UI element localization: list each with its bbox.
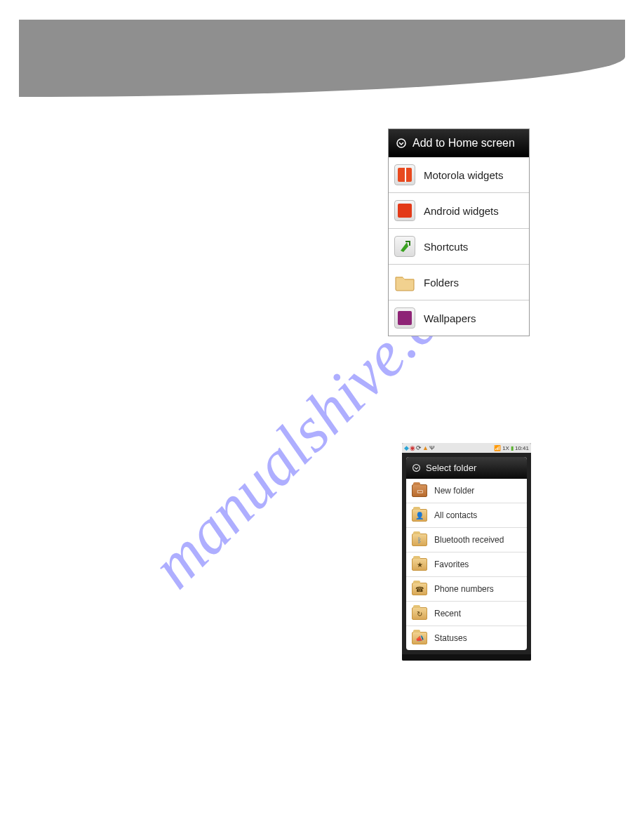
contacts-folder-icon: 👤 [412,509,427,522]
status-notification-icons: ◆◉⟳▲Ψ [404,444,435,451]
bluetooth-folder-icon: ᛒ [412,534,427,546]
folders-icon [394,272,415,293]
clock-down-icon [412,463,421,472]
status-bar: ◆◉⟳▲Ψ 📶 1X ▮ 10:41 [402,443,531,453]
phone-body: Select folder ▭ New folder 👤 All contact… [402,453,531,654]
menu-item-label: Android widgets [424,205,499,217]
folder-item-favorites[interactable]: ★ Favorites [406,552,527,577]
folder-item-label: Recent [434,609,461,618]
motorola-widgets-icon [394,164,415,185]
signal-label: 1X [502,445,509,451]
folder-item-statuses[interactable]: 📣 Statuses [406,626,527,650]
menu-item-label: Wallpapers [424,312,476,324]
svg-point-0 [397,139,405,147]
status-right: 📶 1X ▮ 10:41 [494,445,529,451]
add-to-home-menu: Add to Home screen Motorola widgets Andr… [388,128,530,336]
add-to-home-title: Add to Home screen [412,137,515,150]
wallpapers-icon [394,307,415,329]
battery-icon: ▮ [511,445,514,451]
select-folder-header: Select folder [406,457,527,479]
shortcuts-icon [394,236,415,257]
menu-item-android-widgets[interactable]: Android widgets [389,193,529,229]
folder-item-phone-numbers[interactable]: ☎ Phone numbers [406,577,527,602]
clock-down-icon [396,138,407,149]
select-folder-title: Select folder [426,463,476,473]
add-to-home-header: Add to Home screen [389,129,529,157]
menu-item-shortcuts[interactable]: Shortcuts [389,229,529,265]
menu-item-folders[interactable]: Folders [389,265,529,300]
wifi-icon: 📶 [494,445,501,451]
svg-point-1 [413,465,420,472]
folder-item-label: All contacts [434,510,477,520]
menu-item-label: Motorola widgets [424,169,503,181]
clock: 10:41 [515,445,529,451]
menu-item-wallpapers[interactable]: Wallpapers [389,300,529,336]
folder-item-label: Phone numbers [434,584,494,594]
recent-folder-icon: ↻ [412,607,427,620]
menu-item-label: Shortcuts [424,241,468,253]
folder-item-recent[interactable]: ↻ Recent [406,602,527,626]
new-folder-icon: ▭ [412,484,427,497]
select-folder-menu: Select folder ▭ New folder 👤 All contact… [406,457,527,650]
phone-folder-icon: ☎ [412,583,427,595]
folder-item-label: New folder [434,486,474,496]
folder-item-label: Favorites [434,560,469,569]
page-header-band [19,20,625,97]
menu-item-label: Folders [424,277,459,289]
folder-item-bluetooth[interactable]: ᛒ Bluetooth received [406,528,527,552]
folder-item-label: Bluetooth received [434,535,504,545]
phone-screenshot: ◆◉⟳▲Ψ 📶 1X ▮ 10:41 Select folder ▭ New f… [402,443,531,661]
folder-item-all-contacts[interactable]: 👤 All contacts [406,503,527,528]
folder-item-new-folder[interactable]: ▭ New folder [406,479,527,503]
android-widgets-icon [394,200,415,221]
statuses-folder-icon: 📣 [412,632,427,644]
soft-key-bar [402,654,531,661]
menu-item-motorola-widgets[interactable]: Motorola widgets [389,157,529,193]
folder-item-label: Statuses [434,633,467,643]
favorites-folder-icon: ★ [412,558,427,571]
